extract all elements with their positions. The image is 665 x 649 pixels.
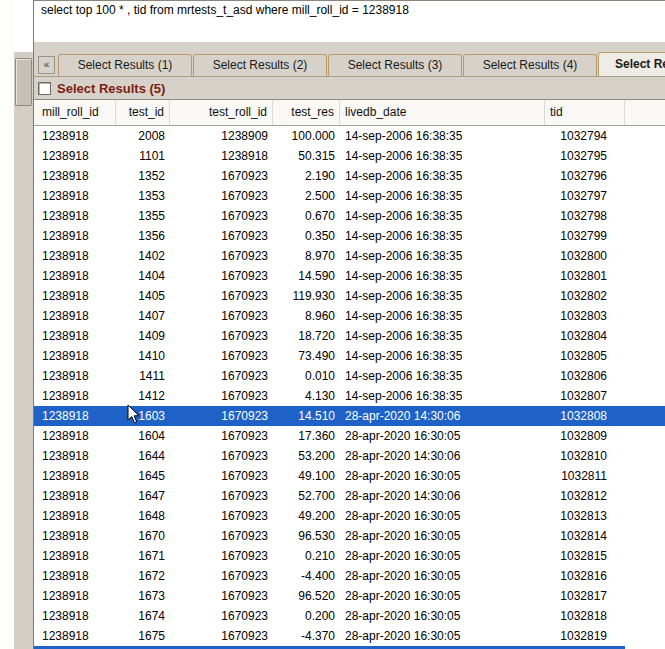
table-row[interactable]: 12389181647167092352.70028-apr-2020 14:3… — [34, 486, 665, 506]
cell-test_res: 119.930 — [273, 286, 340, 306]
table-row[interactable]: 1238918135516709230.67014-sep-2006 16:38… — [34, 206, 665, 226]
cell-test_res: 2.190 — [273, 166, 340, 186]
cell-test_roll_id: 1670923 — [170, 166, 273, 186]
table-row[interactable]: 1238918135216709232.19014-sep-2006 16:38… — [34, 166, 665, 186]
cell-test_id: 1353 — [116, 186, 170, 206]
cell-mill_roll_id: 1238918 — [34, 206, 116, 226]
cell-tid: 1032804 — [545, 326, 625, 346]
tab-select-results-4[interactable]: Select Results (4) — [463, 54, 597, 76]
cell-livedb_date: 28-apr-2020 14:30:06 — [340, 486, 545, 506]
cell-test_res: 18.720 — [273, 326, 340, 346]
cell-test_res: 100.000 — [273, 126, 340, 146]
table-row[interactable]: 12389181409167092318.72014-sep-2006 16:3… — [34, 326, 665, 346]
cell-test_roll_id: 1670923 — [170, 546, 273, 566]
cell-test_id: 1410 — [116, 346, 170, 366]
table-row[interactable]: 12389181404167092314.59014-sep-2006 16:3… — [34, 266, 665, 286]
cell-test_id: 2008 — [116, 126, 170, 146]
cell-test_id: 1407 — [116, 306, 170, 326]
cell-test_roll_id: 1670923 — [170, 366, 273, 386]
cell-livedb_date: 14-sep-2006 16:38:35 — [340, 226, 545, 246]
cell-tid: 1032818 — [545, 606, 625, 626]
cell-test_id: 1405 — [116, 286, 170, 306]
table-row[interactable]: 12389181101123891850.31514-sep-2006 16:3… — [34, 146, 665, 166]
cell-livedb_date: 14-sep-2006 16:38:35 — [340, 326, 545, 346]
cell-test_id: 1671 — [116, 546, 170, 566]
cell-livedb_date: 28-apr-2020 14:30:06 — [340, 406, 545, 426]
cell-tid: 1032799 — [545, 226, 625, 246]
cell-mill_roll_id: 1238918 — [34, 626, 116, 646]
cell-test_res: 96.530 — [273, 526, 340, 546]
cell-tid: 1032798 — [545, 206, 625, 226]
cell-test_roll_id: 1670923 — [170, 426, 273, 446]
cell-mill_roll_id: 1238918 — [34, 126, 116, 146]
cell-livedb_date: 28-apr-2020 16:30:05 — [340, 526, 545, 546]
tab-select-results-3[interactable]: Select Results (3) — [328, 54, 462, 76]
column-header-test_roll_id[interactable]: test_roll_id — [170, 100, 273, 125]
cell-test_roll_id: 1238918 — [170, 146, 273, 166]
table-row[interactable]: 1238918141116709230.01014-sep-2006 16:38… — [34, 366, 665, 386]
column-header-test_res[interactable]: test_res — [273, 100, 340, 125]
table-row[interactable]: 12389181645167092349.10028-apr-2020 16:3… — [34, 466, 665, 486]
column-header-livedb_date[interactable]: livedb_date — [340, 100, 545, 125]
table-row[interactable]: 123891814051670923119.93014-sep-2006 16:… — [34, 286, 665, 306]
cell-test_res: 0.210 — [273, 546, 340, 566]
cell-test_roll_id: 1238909 — [170, 126, 273, 146]
tab-select-results-1[interactable]: Select Results (1) — [58, 54, 192, 76]
cell-livedb_date: 28-apr-2020 16:30:05 — [340, 506, 545, 526]
table-row[interactable]: 123891816721670923-4.40028-apr-2020 16:3… — [34, 566, 665, 586]
tab-select-results-2[interactable]: Select Results (2) — [193, 54, 327, 76]
cell-test_roll_id: 1670923 — [170, 226, 273, 246]
panel-checkbox[interactable] — [38, 82, 51, 95]
table-row[interactable]: 1238918135316709232.50014-sep-2006 16:38… — [34, 186, 665, 206]
cell-mill_roll_id: 1238918 — [34, 486, 116, 506]
sql-editor[interactable]: select top 100 * , tid from mrtests_t_as… — [34, 0, 665, 42]
cell-test_roll_id: 1670923 — [170, 506, 273, 526]
table-row[interactable]: 12389181670167092396.53028-apr-2020 16:3… — [34, 526, 665, 546]
cell-test_id: 1412 — [116, 386, 170, 406]
column-header-tid[interactable]: tid — [545, 100, 625, 125]
cell-test_res: 49.200 — [273, 506, 340, 526]
cell-test_id: 1352 — [116, 166, 170, 186]
tab-select-results-5[interactable]: Select Results (5) — [598, 52, 665, 76]
scrollbar-thumb[interactable] — [15, 58, 32, 106]
vertical-scrollbar[interactable] — [14, 52, 33, 649]
cell-livedb_date: 28-apr-2020 16:30:05 — [340, 586, 545, 606]
table-row[interactable]: 12389181648167092349.20028-apr-2020 16:3… — [34, 506, 665, 526]
cell-test_id: 1603 — [116, 406, 170, 426]
table-row[interactable]: 12389181604167092317.36028-apr-2020 16:3… — [34, 426, 665, 446]
cell-livedb_date: 28-apr-2020 16:30:05 — [340, 546, 545, 566]
table-row[interactable]: 1238918140216709238.97014-sep-2006 16:38… — [34, 246, 665, 266]
cell-test_res: 17.360 — [273, 426, 340, 446]
column-header-mill_roll_id[interactable]: mill_roll_id — [34, 100, 116, 125]
column-header-test_id[interactable]: test_id — [116, 100, 170, 125]
cell-test_res: 96.520 — [273, 586, 340, 606]
cell-tid: 1032815 — [545, 546, 625, 566]
cell-test_id: 1670 — [116, 526, 170, 546]
table-row[interactable]: 1238918140716709238.96014-sep-2006 16:38… — [34, 306, 665, 326]
table-row[interactable]: 123891816751670923-4.37028-apr-2020 16:3… — [34, 626, 665, 646]
grid-header: mill_roll_idtest_idtest_roll_idtest_resl… — [34, 100, 665, 126]
cell-test_id: 1647 — [116, 486, 170, 506]
table-row[interactable]: 1238918167416709230.20028-apr-2020 16:30… — [34, 606, 665, 626]
cell-test_id: 1672 — [116, 566, 170, 586]
table-row[interactable]: 1238918167116709230.21028-apr-2020 16:30… — [34, 546, 665, 566]
cell-tid: 1032817 — [545, 586, 625, 606]
table-row[interactable]: 12389181673167092396.52028-apr-2020 16:3… — [34, 586, 665, 606]
panel-title: Select Results (5) — [57, 81, 165, 96]
cell-tid: 1032803 — [545, 306, 625, 326]
cell-test_id: 1355 — [116, 206, 170, 226]
cell-test_id: 1101 — [116, 146, 170, 166]
cell-test_id: 1404 — [116, 266, 170, 286]
table-row[interactable]: 1238918135616709230.35014-sep-2006 16:38… — [34, 226, 665, 246]
table-row[interactable]: 1238918141216709234.13014-sep-2006 16:38… — [34, 386, 665, 406]
cell-mill_roll_id: 1238918 — [34, 386, 116, 406]
cell-livedb_date: 14-sep-2006 16:38:35 — [340, 206, 545, 226]
table-row[interactable]: 123891820081238909100.00014-sep-2006 16:… — [34, 126, 665, 146]
cell-test_roll_id: 1670923 — [170, 186, 273, 206]
cell-test_id: 1409 — [116, 326, 170, 346]
tab-scroll-button[interactable]: « — [38, 56, 55, 74]
cell-test_res: 52.700 — [273, 486, 340, 506]
table-row[interactable]: 12389181410167092373.49014-sep-2006 16:3… — [34, 346, 665, 366]
table-row[interactable]: 12389181644167092353.20028-apr-2020 14:3… — [34, 446, 665, 466]
cell-test_roll_id: 1670923 — [170, 486, 273, 506]
